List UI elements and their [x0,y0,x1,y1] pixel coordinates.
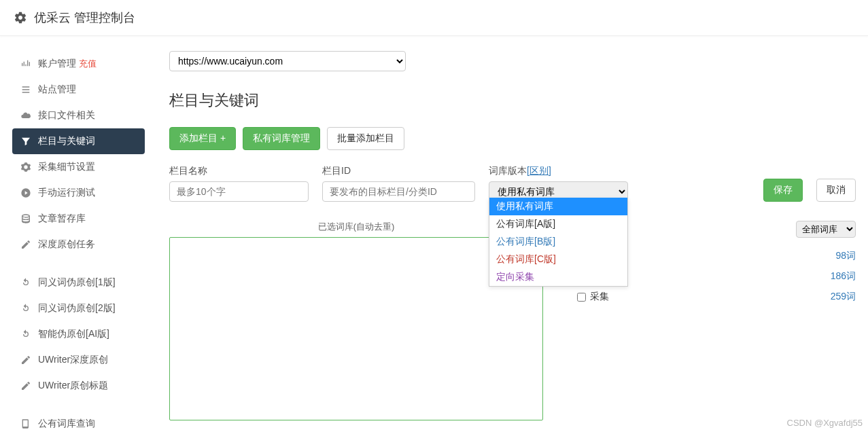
dict-ver-dropdown: 使用私有词库 公有词库[A版] 公有词库[B版] 公有词库[C版] 定向采集 [489,198,628,287]
dict-row-count[interactable]: 98词 [835,250,856,262]
sidebar-item-label: 采集细节设置 [38,161,95,173]
dict-ver-label: 词库版本[区别] [489,165,628,177]
dict-row: 采集 259词 [577,287,856,307]
dict-ver-option-targeted[interactable]: 定向采集 [489,268,627,286]
sidebar-item-article-store[interactable]: 文章暂存库 [12,206,145,232]
sidebar-item-label: UWriter深度原创 [38,354,108,366]
add-column-button[interactable]: 添加栏目 + [169,127,236,150]
sidebar: 账户管理 充值 站点管理 接口文件相关 栏目与关键词 采集细节设置 手动运行测试… [12,51,145,432]
filter-icon [20,136,31,147]
main-content: https://www.ucaiyun.com 栏目与关键词 添加栏目 + 私有… [145,51,856,432]
col-id-label: 栏目ID [322,165,475,177]
database-icon [20,213,31,224]
dict-ver-option-public-c[interactable]: 公有词库[C版] [489,251,627,268]
header-bar: 优采云 管理控制台 [0,0,868,36]
list-icon [20,84,31,95]
dict-filter-select[interactable]: 全部词库 [796,221,856,238]
sidebar-item-label: 公有词库查询 [38,418,95,430]
col-name-label: 栏目名称 [169,165,309,177]
bulk-add-column-button[interactable]: 批量添加栏目 [327,127,404,150]
sidebar-item-label: 同义词伪原创[2版] [38,302,116,314]
refresh-icon [20,303,31,314]
dict-row-checkbox-label[interactable]: 采集 [577,291,609,303]
cogs-icon [20,162,31,173]
edit-icon [20,355,31,365]
sidebar-item-uwriter-deep[interactable]: UWriter深度原创 [12,347,145,373]
edit-icon [20,380,31,391]
sidebar-item-columns-keywords[interactable]: 栏目与关键词 [12,128,145,154]
col-name-input[interactable] [169,181,309,202]
sidebar-item-collection-settings[interactable]: 采集细节设置 [12,154,145,180]
dict-ver-option-public-a[interactable]: 公有词库[A版] [489,215,627,233]
selected-words-box[interactable] [169,237,543,420]
sidebar-item-sites[interactable]: 站点管理 [12,77,145,103]
dict-ver-diff-link[interactable]: [区别] [527,165,551,176]
dict-row-count[interactable]: 259词 [831,291,856,303]
selected-words-caption: 已选词库(自动去重) [169,221,543,233]
cloud-icon [20,110,31,121]
sidebar-item-label: 文章暂存库 [38,213,86,225]
sidebar-item-label: 站点管理 [38,84,76,96]
sidebar-item-label: 深度原创任务 [38,238,95,251]
recharge-badge: 充值 [79,58,97,70]
cancel-button[interactable]: 取消 [816,179,856,202]
sidebar-item-interface-files[interactable]: 接口文件相关 [12,103,145,128]
selected-words-panel: 已选词库(自动去重) [169,221,543,420]
page-title: 优采云 管理控制台 [34,10,135,26]
sidebar-item-label: 接口文件相关 [38,109,95,122]
gear-icon [14,11,27,24]
save-button[interactable]: 保存 [763,179,803,202]
sidebar-item-ai-rewrite[interactable]: 智能伪原创[AI版] [12,321,145,347]
play-circle-icon [20,187,31,198]
private-dict-mgmt-button[interactable]: 私有词库管理 [243,127,320,150]
col-id-input[interactable] [322,181,475,202]
sidebar-item-label: 手动运行测试 [38,187,95,199]
dict-row-checkbox[interactable] [577,293,586,302]
book-icon [20,418,31,429]
sidebar-item-manual-run[interactable]: 手动运行测试 [12,180,145,206]
edit-icon [20,239,31,250]
section-title: 栏目与关键词 [169,90,856,111]
refresh-icon [20,277,31,288]
site-select[interactable]: https://www.ucaiyun.com [169,51,406,71]
sidebar-item-account[interactable]: 账户管理 充值 [12,51,145,77]
sidebar-item-label: UWriter原创标题 [38,380,108,392]
dict-ver-option-private[interactable]: 使用私有词库 [489,198,627,215]
sidebar-item-uwriter-title[interactable]: UWriter原创标题 [12,373,145,399]
sidebar-item-synonym-v2[interactable]: 同义词伪原创[2版] [12,295,145,321]
dict-ver-option-public-b[interactable]: 公有词库[B版] [489,233,627,251]
sidebar-item-label: 同义词伪原创[1版] [38,276,116,289]
refresh-icon [20,329,31,340]
sidebar-item-deep-original[interactable]: 深度原创任务 [12,232,145,257]
bar-chart-icon [20,58,31,69]
sidebar-item-public-dict-query[interactable]: 公有词库查询 [12,411,145,432]
sidebar-item-synonym-v1[interactable]: 同义词伪原创[1版] [12,270,145,295]
dict-row-count[interactable]: 186词 [831,270,856,283]
sidebar-item-label: 栏目与关键词 [38,135,95,147]
sidebar-item-label: 账户管理 [38,58,76,70]
sidebar-item-label: 智能伪原创[AI版] [38,328,109,340]
